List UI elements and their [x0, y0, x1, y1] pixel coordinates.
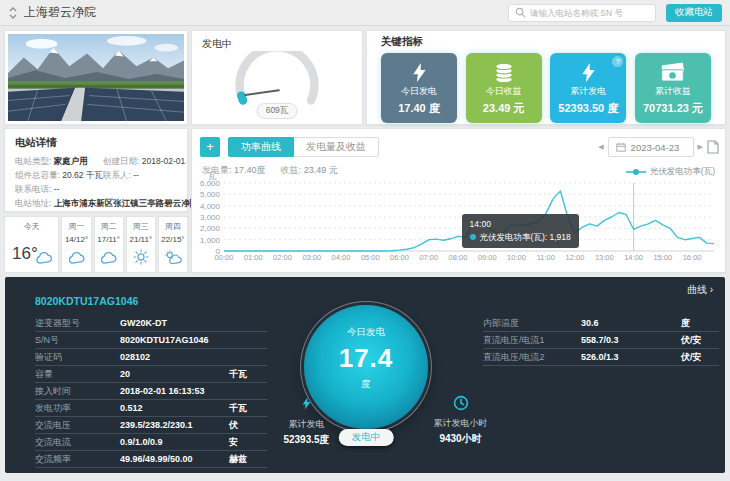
search-input[interactable] — [530, 8, 649, 18]
station-details-title: 电站详情 — [15, 136, 177, 150]
y-axis-tick: 4,000 — [194, 202, 220, 211]
x-axis: 00:0001:0002:0003:0004:0005:0006:0007:00… — [224, 253, 714, 265]
inv-row-label: 接入时间 — [35, 385, 120, 398]
kpi-card: ? 累计发电 52393.50 度 — [550, 53, 626, 123]
chart-tooltip: 14:00 光伏发电功率(瓦): 1,918 — [462, 214, 579, 248]
kpi-icon — [659, 59, 686, 85]
inv-row-unit: 伏/安 — [681, 334, 719, 347]
income-label: 收益: — [281, 165, 302, 175]
kpi-icon — [578, 59, 599, 85]
station-details-body: 电站类型: 家庭户用创建日期: 2018-02-01组件总容量: 20.62 千… — [15, 154, 177, 210]
page-title: 上海碧云净院 — [24, 4, 96, 21]
table-row: S/N号 8020KDTU17AG1046 — [35, 332, 267, 349]
table-row: 直流电压/电流1 558.7/0.3 伏/安 — [483, 332, 719, 349]
table-row: 发电功率 0.512 千瓦 — [35, 400, 267, 417]
station-details-card: 电站详情 电站类型: 家庭户用创建日期: 2018-02-01组件总容量: 20… — [4, 128, 188, 212]
generation-value: 17.40度 — [234, 165, 266, 175]
prev-day-button[interactable]: ◀ — [598, 143, 603, 151]
income-value: 23.49 元 — [304, 165, 338, 175]
table-row: 接入时间 2018-02-01 16:13:53 — [35, 383, 267, 400]
clock-icon — [453, 397, 469, 414]
help-icon[interactable]: ? — [612, 56, 623, 67]
top-cards-row: 发电中 609瓦 关键指标 今日发电 17.40 度 今日收益 23.49 元 … — [4, 30, 726, 125]
legend-marker-icon — [626, 168, 646, 176]
kpi-label: 今日收益 — [486, 85, 522, 98]
collapse-station-icon[interactable] — [8, 6, 18, 20]
x-axis-tick: 11:00 — [537, 253, 555, 262]
station-photo — [4, 30, 188, 125]
y-axis-tick: 2,000 — [194, 224, 220, 233]
inverter-sn-tab[interactable]: 8020KDTU17AG1046 — [35, 295, 138, 307]
x-axis-tick: 13:00 — [595, 253, 614, 262]
kpi-cards: 今日发电 17.40 度 今日收益 23.49 元 ? 累计发电 52393.5… — [381, 53, 711, 123]
inverter-panel: 曲线 › 8020KDTU17AG1046 逆变器型号 GW20K-DT S/N… — [5, 277, 725, 473]
export-icon[interactable] — [707, 140, 719, 154]
inv-row-value: 028102 — [120, 352, 229, 362]
table-row: 直流电压/电流2 526.0/1.3 伏/安 — [483, 349, 719, 366]
inv-row-value: 49.96/49.99/50.00 — [120, 454, 229, 464]
inv-row-unit: 千瓦 — [229, 368, 267, 381]
tooltip-series-dot — [470, 234, 476, 240]
inv-row-label: S/N号 — [35, 334, 120, 347]
y-axis-tick: 0 — [194, 247, 220, 256]
detail-label: 联系人: — [103, 170, 133, 180]
detail-value: 20.62 千瓦 — [62, 170, 103, 180]
kpi-card: 累计收益 70731.23 元 — [635, 53, 711, 123]
kpi-label: 累计发电 — [570, 85, 606, 98]
inv-row-label: 交流频率 — [35, 453, 120, 466]
weather-day: 周四 — [159, 221, 187, 232]
curve-link[interactable]: 曲线 › — [687, 283, 713, 297]
table-row: 容量 20 千瓦 — [35, 366, 267, 383]
chart-plot-area[interactable]: 14:00 光伏发电功率(瓦): 1,918 — [224, 183, 714, 251]
station-detail-row: 电站地址: 上海市浦东新区张江镇三亭路碧云净院 — [15, 196, 177, 210]
table-row: 验证码 028102 — [35, 349, 267, 366]
chart-tabs: 功率曲线发电量及收益 — [228, 137, 379, 157]
add-curve-button[interactable]: + — [200, 137, 220, 157]
x-axis-tick: 16:00 — [683, 253, 702, 262]
weather-icon — [99, 251, 118, 269]
daily-generation-unit: 度 — [361, 378, 371, 391]
x-axis-tick: 04:00 — [332, 253, 351, 262]
detail-value: 家庭户用 — [54, 156, 88, 166]
x-axis-tick: 06:00 — [390, 253, 409, 262]
legend-item[interactable]: 光伏发电功率(瓦) — [626, 166, 715, 178]
chart-tab[interactable]: 功率曲线 — [228, 137, 294, 157]
date-value: 2023-04-23 — [631, 142, 680, 153]
middle-row: 电站详情 电站类型: 家庭户用创建日期: 2018-02-01组件总容量: 20… — [4, 128, 726, 273]
weather-day: 周二 — [95, 221, 123, 232]
weather-card: 周一 14/12° — [61, 216, 91, 273]
weather-card: 周二 17/11° — [94, 216, 124, 273]
weather-card: 周三 21/11° — [126, 216, 156, 273]
chart-summary: 发电量: 17.40度 收益: 23.49 元 — [202, 164, 338, 177]
chart-tab[interactable]: 发电量及收益 — [294, 137, 379, 157]
station-detail-row: 电站类型: 家庭户用创建日期: 2018-02-01 — [15, 154, 177, 168]
x-axis-tick: 03:00 — [302, 253, 321, 262]
inverter-table-right: 内部温度 30.6 度 直流电压/电流1 558.7/0.3 伏/安 直流电压/… — [483, 315, 719, 366]
inv-row-label: 容量 — [35, 368, 120, 381]
weather-day: 今天 — [5, 221, 58, 232]
y-axis-tick: 6,000 — [194, 179, 220, 188]
weather-icon — [133, 249, 149, 269]
search-icon — [515, 7, 526, 18]
date-picker[interactable]: 2023-04-23 — [608, 137, 694, 157]
station-search-box[interactable] — [508, 4, 656, 22]
calendar-icon — [616, 142, 626, 152]
inv-row-label: 验证码 — [35, 351, 120, 364]
detail-value: -- — [54, 184, 60, 194]
next-day-button[interactable]: ▶ — [698, 143, 703, 151]
daily-generation-value: 17.4 — [339, 343, 394, 374]
table-row: 交流频率 49.96/49.99/50.00 赫兹 — [35, 451, 267, 468]
favorite-station-button[interactable]: 收藏电站 — [666, 4, 722, 22]
kpi-card: 今日发电 17.40 度 — [381, 53, 457, 123]
inv-row-value: 30.6 — [581, 318, 681, 328]
detail-label: 联系电话: — [15, 184, 54, 194]
inv-row-label: 交流电流 — [35, 436, 120, 449]
x-axis-tick: 09:00 — [478, 253, 497, 262]
weather-icon — [35, 251, 54, 269]
tooltip-text: 光伏发电功率(瓦): 1,918 — [480, 232, 571, 242]
inv-row-label: 逆变器型号 — [35, 317, 120, 330]
kpi-label: 累计收益 — [655, 85, 691, 98]
x-axis-tick: 02:00 — [273, 253, 292, 262]
weather-day: 周一 — [62, 221, 90, 232]
weather-temp: 21/11° — [127, 235, 155, 244]
